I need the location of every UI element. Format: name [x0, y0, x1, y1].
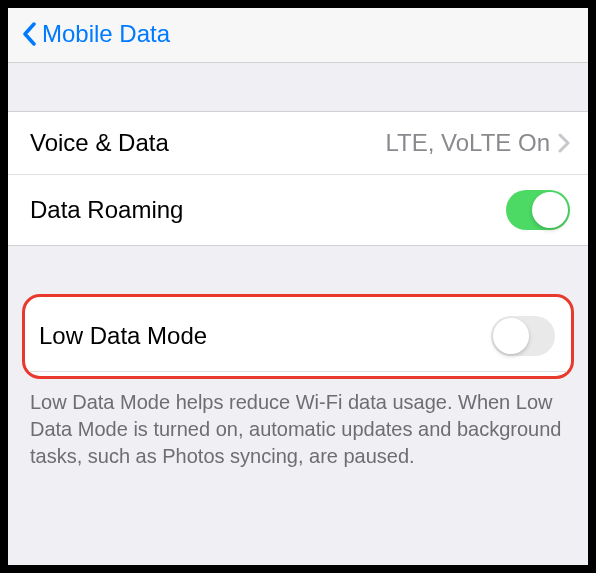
voice-data-right: LTE, VoLTE On — [385, 129, 570, 157]
section-spacer — [8, 63, 588, 111]
section-spacer — [8, 246, 588, 294]
back-chevron-icon — [22, 22, 36, 46]
voice-data-value: LTE, VoLTE On — [385, 129, 550, 157]
settings-screen: Mobile Data Voice & Data LTE, VoLTE On D… — [8, 8, 588, 565]
data-roaming-toggle[interactable] — [506, 190, 570, 230]
toggle-knob — [493, 318, 529, 354]
voice-data-label: Voice & Data — [30, 129, 169, 157]
data-roaming-label: Data Roaming — [30, 196, 183, 224]
chevron-right-icon — [558, 133, 570, 153]
toggle-knob — [532, 192, 568, 228]
low-data-mode-row: Low Data Mode — [29, 301, 567, 372]
nav-header[interactable]: Mobile Data — [8, 8, 588, 63]
nav-back-label: Mobile Data — [42, 20, 170, 48]
highlighted-group: Low Data Mode — [22, 294, 574, 379]
low-data-mode-toggle[interactable] — [491, 316, 555, 356]
voice-data-row[interactable]: Voice & Data LTE, VoLTE On — [8, 112, 588, 174]
data-roaming-row: Data Roaming — [8, 174, 588, 245]
low-data-mode-label: Low Data Mode — [39, 322, 207, 350]
settings-group-1: Voice & Data LTE, VoLTE On Data Roaming — [8, 111, 588, 246]
footer-description: Low Data Mode helps reduce Wi-Fi data us… — [8, 379, 588, 488]
